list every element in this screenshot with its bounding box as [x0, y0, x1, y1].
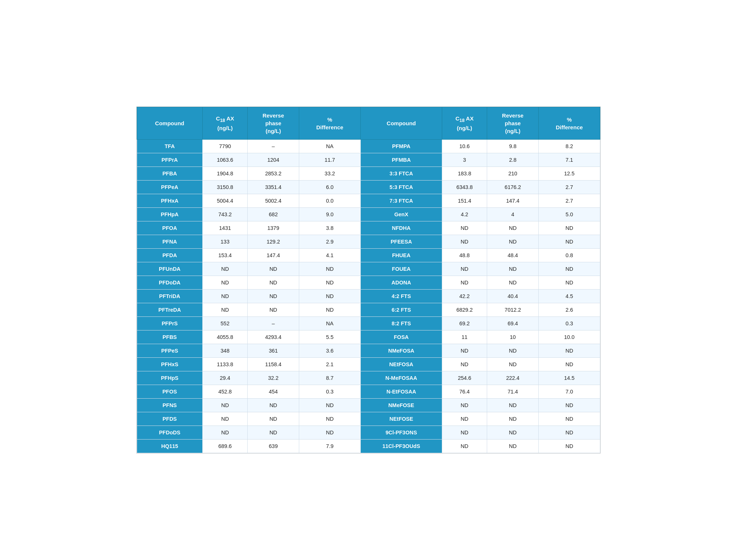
cell-15-5: ND — [442, 344, 487, 358]
cell-7-5: ND — [442, 235, 487, 249]
header-left-rp: Reversephase(ng/L) — [248, 107, 299, 140]
cell-0-5: 10.6 — [442, 140, 487, 153]
cell-2-6: 210 — [487, 167, 538, 181]
cell-4-4: 7:3 FTCA — [361, 194, 442, 208]
cell-6-0: PFOA — [137, 221, 203, 235]
cell-10-0: PFDoDA — [137, 276, 203, 290]
cell-17-4: N-MeFOSAA — [361, 371, 442, 385]
cell-12-4: 6:2 FTS — [361, 303, 442, 317]
cell-8-7: 0.8 — [538, 249, 600, 262]
table-row: TFA7790–NAPFMPA10.69.88.2 — [137, 140, 600, 153]
cell-10-7: ND — [538, 276, 600, 290]
cell-5-2: 682 — [248, 208, 299, 221]
cell-0-2: – — [248, 140, 299, 153]
cell-22-2: 639 — [248, 440, 299, 453]
cell-22-6: ND — [487, 440, 538, 453]
cell-22-1: 689.6 — [202, 440, 247, 453]
cell-17-5: 254.6 — [442, 371, 487, 385]
cell-22-4: 11Cl-PF3OUdS — [361, 440, 442, 453]
table-row: PFOA143113793.8NFDHANDNDND — [137, 221, 600, 235]
cell-3-2: 3351.4 — [248, 181, 299, 194]
cell-3-0: PFPeA — [137, 181, 203, 194]
cell-9-2: ND — [248, 262, 299, 276]
cell-9-4: FOUEA — [361, 262, 442, 276]
cell-4-0: PFHxA — [137, 194, 203, 208]
table-row: PFTreDANDNDND6:2 FTS6829.27012.22.6 — [137, 303, 600, 317]
cell-20-0: PFDS — [137, 412, 203, 426]
table-row: PFOS452.84540.3N-EtFOSAA76.471.47.0 — [137, 385, 600, 399]
cell-4-6: 147.4 — [487, 194, 538, 208]
cell-5-7: 5.0 — [538, 208, 600, 221]
cell-11-4: 4:2 FTS — [361, 290, 442, 303]
header-right-rp: Reversephase(ng/L) — [487, 107, 538, 140]
cell-20-1: ND — [202, 412, 247, 426]
cell-12-7: 2.6 — [538, 303, 600, 317]
cell-12-1: ND — [202, 303, 247, 317]
table-row: HQ115689.66397.911Cl-PF3OUdSNDNDND — [137, 440, 600, 453]
cell-21-3: ND — [299, 426, 360, 440]
cell-8-2: 147.4 — [248, 249, 299, 262]
cell-16-1: 1133.8 — [202, 358, 247, 371]
cell-0-6: 9.8 — [487, 140, 538, 153]
cell-16-6: ND — [487, 358, 538, 371]
table-row: PFHxS1133.81158.42.1NEtFOSANDNDND — [137, 358, 600, 371]
cell-13-4: 8:2 FTS — [361, 317, 442, 330]
cell-6-1: 1431 — [202, 221, 247, 235]
cell-1-3: 11.7 — [299, 153, 360, 167]
cell-2-5: 183.8 — [442, 167, 487, 181]
table-row: PFHpA743.26829.0GenX4.245.0 — [137, 208, 600, 221]
cell-12-0: PFTreDA — [137, 303, 203, 317]
cell-5-3: 9.0 — [299, 208, 360, 221]
cell-8-4: FHUEA — [361, 249, 442, 262]
cell-19-0: PFNS — [137, 399, 203, 412]
cell-3-7: 2.7 — [538, 181, 600, 194]
cell-1-7: 7.1 — [538, 153, 600, 167]
table-row: PFTriDANDNDND4:2 FTS42.240.44.5 — [137, 290, 600, 303]
cell-4-1: 5004.4 — [202, 194, 247, 208]
cell-22-0: HQ115 — [137, 440, 203, 453]
table-row: PFNSNDNDNDNMeFOSENDNDND — [137, 399, 600, 412]
header-right-compound: Compound — [361, 107, 442, 140]
cell-22-3: 7.9 — [299, 440, 360, 453]
cell-3-4: 5:3 FTCA — [361, 181, 442, 194]
cell-13-5: 69.2 — [442, 317, 487, 330]
cell-8-6: 48.4 — [487, 249, 538, 262]
cell-19-5: ND — [442, 399, 487, 412]
cell-4-7: 2.7 — [538, 194, 600, 208]
cell-13-7: 0.3 — [538, 317, 600, 330]
cell-20-3: ND — [299, 412, 360, 426]
cell-14-0: PFBS — [137, 330, 203, 344]
cell-18-5: 76.4 — [442, 385, 487, 399]
table-row: PFHpS29.432.28.7N-MeFOSAA254.6222.414.5 — [137, 371, 600, 385]
cell-18-7: 7.0 — [538, 385, 600, 399]
table-row: PFPrS552–NA8:2 FTS69.269.40.3 — [137, 317, 600, 330]
cell-19-6: ND — [487, 399, 538, 412]
cell-18-1: 452.8 — [202, 385, 247, 399]
cell-7-6: ND — [487, 235, 538, 249]
cell-7-1: 133 — [202, 235, 247, 249]
cell-6-4: NFDHA — [361, 221, 442, 235]
cell-12-6: 7012.2 — [487, 303, 538, 317]
table-row: PFBA1904.82853.233.23:3 FTCA183.821012.5 — [137, 167, 600, 181]
cell-16-4: NEtFOSA — [361, 358, 442, 371]
cell-5-0: PFHpA — [137, 208, 203, 221]
cell-17-6: 222.4 — [487, 371, 538, 385]
cell-14-1: 4055.8 — [202, 330, 247, 344]
cell-8-5: 48.8 — [442, 249, 487, 262]
cell-2-4: 3:3 FTCA — [361, 167, 442, 181]
cell-7-4: PFEESA — [361, 235, 442, 249]
cell-13-6: 69.4 — [487, 317, 538, 330]
cell-20-2: ND — [248, 412, 299, 426]
cell-5-5: 4.2 — [442, 208, 487, 221]
cell-3-1: 3150.8 — [202, 181, 247, 194]
table-row: PFNA133129.22.9PFEESANDNDND — [137, 235, 600, 249]
cell-13-1: 552 — [202, 317, 247, 330]
cell-11-7: 4.5 — [538, 290, 600, 303]
cell-10-4: ADONA — [361, 276, 442, 290]
cell-11-1: ND — [202, 290, 247, 303]
cell-22-7: ND — [538, 440, 600, 453]
cell-14-5: 11 — [442, 330, 487, 344]
cell-4-5: 151.4 — [442, 194, 487, 208]
cell-15-6: ND — [487, 344, 538, 358]
cell-14-6: 10 — [487, 330, 538, 344]
